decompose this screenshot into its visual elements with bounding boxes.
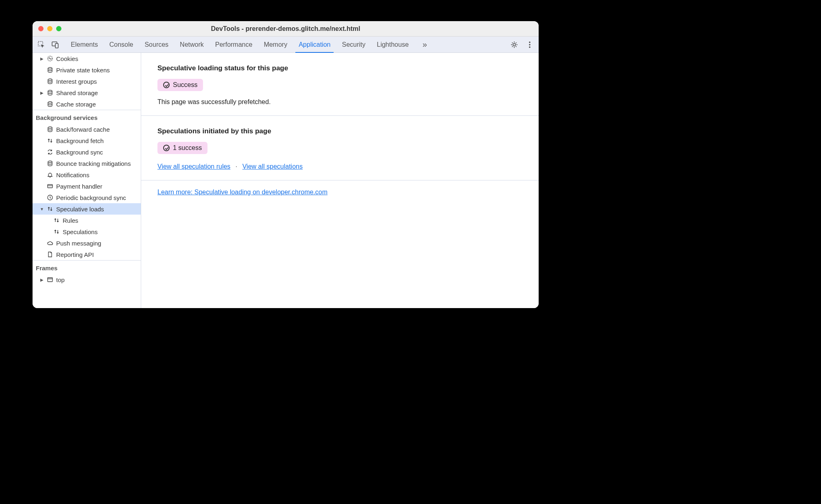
tab-console[interactable]: Console [109,37,133,52]
section-status: Speculative loading status for this page… [141,53,539,116]
sidebar-item-cookies[interactable]: ▶ Cookies [33,53,141,64]
sidebar-item-push-messaging[interactable]: Push messaging [33,237,141,249]
svg-point-13 [48,102,52,103]
view-all-rules-link[interactable]: View all speculation rules [157,163,230,170]
tab-sources[interactable]: Sources [144,37,168,52]
sidebar-item-speculations[interactable]: Speculations [33,226,141,237]
section-speculations-heading: Speculations initiated by this page [157,127,522,135]
traffic-lights [38,26,61,31]
panel-body: ▶ Cookies Private state tokens Interest … [33,53,539,308]
updown-arrows-icon [53,217,60,224]
sidebar-item-notifications[interactable]: Notifications [33,169,141,180]
svg-rect-16 [48,185,52,188]
sidebar-item-label: Cookies [56,55,78,62]
check-circle-icon [163,82,170,88]
sidebar-item-private-state-tokens[interactable]: Private state tokens [33,64,141,76]
sidebar-section-frames: Frames [33,260,141,274]
sidebar-item-label: Speculative loads [56,206,104,213]
sidebar-item-label: Interest groups [56,78,97,85]
sidebar-item-label: top [56,276,65,283]
toolbar-right [509,39,535,50]
sidebar-item-shared-storage[interactable]: ▶ Shared storage [33,87,141,98]
sidebar-item-rules[interactable]: Rules [33,215,141,226]
learn-more-link[interactable]: Learn more: Speculative loading on devel… [157,189,328,196]
tab-application[interactable]: Application [299,37,330,52]
main-panel: Speculative loading status for this page… [141,53,539,308]
devtools-window: DevTools - prerender-demos.glitch.me/nex… [33,21,539,308]
sidebar-item-label: Speculations [63,228,98,235]
section-speculations: Speculations initiated by this page 1 su… [141,116,539,180]
sidebar-item-speculative-loads[interactable]: ▼ Speculative loads [33,203,141,215]
sidebar-item-label: Back/forward cache [56,126,110,133]
zoom-window-button[interactable] [56,26,61,31]
tab-network[interactable]: Network [180,37,204,52]
svg-point-3 [513,43,515,46]
view-all-speculations-link[interactable]: View all speculations [242,163,303,170]
database-icon [46,89,54,96]
sidebar-item-label: Reporting API [56,251,94,258]
speculations-badge-label: 1 success [173,144,202,152]
svg-point-12 [48,90,52,92]
status-description: This page was successfully prefetched. [157,98,522,106]
sidebar-section-background-services: Background services [33,110,141,124]
status-badge: Success [157,79,203,91]
window-title: DevTools - prerender-demos.glitch.me/nex… [33,25,539,33]
sidebar-item-periodic-sync[interactable]: Periodic background sync [33,192,141,203]
section-status-heading: Speculative loading status for this page [157,64,522,72]
svg-point-6 [529,46,531,48]
chevron-right-icon: ▶ [40,56,44,61]
svg-point-8 [49,58,50,59]
sidebar-item-cache-storage[interactable]: Cache storage [33,98,141,110]
chevron-down-icon: ▼ [40,207,44,211]
tab-security[interactable]: Security [342,37,365,52]
sidebar-item-payment-handler[interactable]: Payment handler [33,180,141,192]
svg-rect-18 [48,278,52,282]
sidebar-item-back-forward-cache[interactable]: Back/forward cache [33,124,141,135]
svg-point-9 [50,59,51,59]
more-tabs-icon[interactable]: » [420,40,430,49]
updown-arrows-icon [46,137,54,144]
sidebar-item-background-fetch[interactable]: Background fetch [33,135,141,146]
sidebar-item-bounce-tracking[interactable]: Bounce tracking mitigations [33,158,141,169]
sidebar-item-label: Periodic background sync [56,194,126,201]
updown-arrows-icon [46,205,54,213]
status-badge-label: Success [173,81,197,89]
close-window-button[interactable] [38,26,44,31]
clock-icon [46,194,54,201]
svg-point-4 [529,41,531,43]
svg-point-7 [48,56,52,61]
sync-icon [46,148,54,156]
sidebar-item-frame-top[interactable]: ▶ top [33,274,141,285]
database-icon [46,160,54,167]
card-icon [46,182,54,190]
sidebar-item-label: Shared storage [56,89,98,96]
titlebar: DevTools - prerender-demos.glitch.me/nex… [33,21,539,37]
frame-icon [46,276,54,283]
svg-point-15 [48,161,52,163]
minimize-window-button[interactable] [47,26,52,31]
tab-performance[interactable]: Performance [215,37,253,52]
sidebar-item-background-sync[interactable]: Background sync [33,146,141,158]
tab-lighthouse[interactable]: Lighthouse [377,37,408,52]
inspect-element-icon[interactable] [36,39,47,50]
sidebar-item-interest-groups[interactable]: Interest groups [33,76,141,87]
sidebar-item-label: Background sync [56,149,103,156]
sidebar-item-label: Bounce tracking mitigations [56,160,131,167]
more-options-icon[interactable] [524,39,535,50]
chevron-right-icon: ▶ [40,91,44,95]
device-toolbar-icon[interactable] [50,39,61,50]
sidebar-item-label: Payment handler [56,183,102,190]
svg-point-5 [529,44,531,46]
sidebar-item-label: Cache storage [56,101,96,108]
updown-arrows-icon [53,228,60,235]
settings-icon[interactable] [509,39,520,50]
devtools-toolbar: Elements Console Sources Network Perform… [33,37,539,53]
bell-icon [46,171,54,178]
link-separator: · [236,163,237,170]
cookie-icon [46,55,54,62]
tab-elements[interactable]: Elements [71,37,98,52]
section-learn-more: Learn more: Speculative loading on devel… [141,180,539,204]
document-icon [46,251,54,258]
tab-memory[interactable]: Memory [264,37,287,52]
sidebar-item-reporting-api[interactable]: Reporting API [33,249,141,260]
